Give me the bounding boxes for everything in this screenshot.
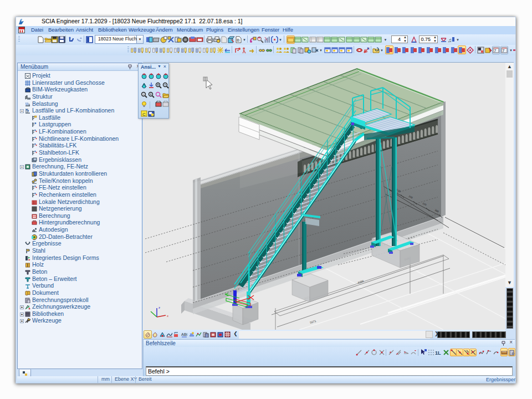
svg-text:ABC: ABC bbox=[181, 332, 187, 336]
svg-text:C: C bbox=[142, 112, 146, 117]
svg-text:1L: 1L bbox=[435, 350, 441, 356]
svg-text:B: B bbox=[237, 38, 239, 43]
svg-text:♫: ♫ bbox=[448, 37, 452, 43]
svg-text:7: 7 bbox=[502, 48, 505, 53]
svg-text:x: x bbox=[167, 314, 168, 318]
svg-text:z: z bbox=[158, 306, 160, 309]
svg-text:7: 7 bbox=[494, 48, 497, 53]
